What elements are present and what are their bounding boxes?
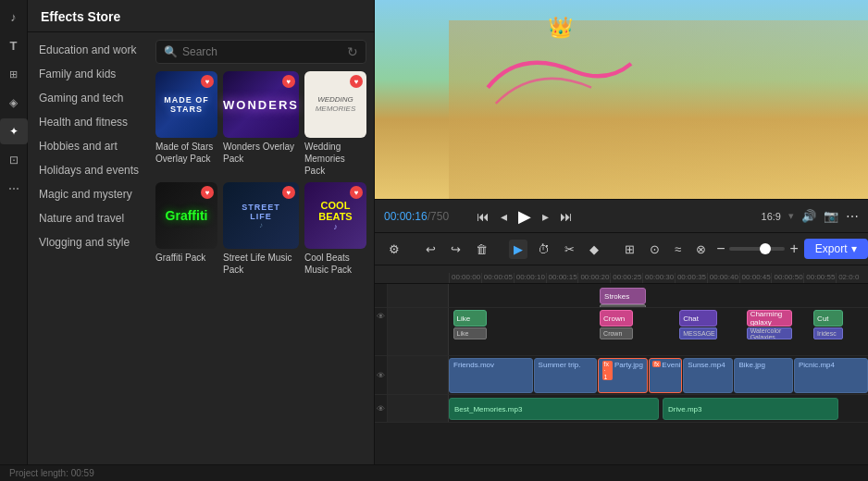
export-button[interactable]: Export ▾ xyxy=(804,239,868,259)
effects-icon[interactable]: ✦ xyxy=(0,118,28,144)
track-side-1 xyxy=(375,284,388,307)
best-memories-clip[interactable]: Best_Memories.mp3 xyxy=(449,398,659,420)
bike-clip[interactable]: Bike.jpg xyxy=(734,358,792,393)
overlay-icon[interactable]: ⊡ xyxy=(0,147,28,173)
wonders-title: Wonders Overlay Pack xyxy=(223,141,299,165)
marker-button[interactable]: ◆ xyxy=(585,240,603,259)
friends-clip[interactable]: Friends.mov xyxy=(449,358,533,393)
effects-store-panel: Effects Store Education and work Family … xyxy=(28,0,375,464)
time-display: 00:00:16/750 xyxy=(384,210,467,223)
play-timeline-button[interactable]: ▶ xyxy=(509,240,527,259)
track-row-audio1: 👁 Best_Memories.mp3 Drive.mp3 xyxy=(375,395,868,423)
crown-clip[interactable]: Crown xyxy=(600,310,633,327)
screenshot-button[interactable]: 📷 xyxy=(824,209,838,223)
zoom-slider[interactable] xyxy=(729,247,785,251)
category-magic[interactable]: Magic and mystery xyxy=(28,182,148,206)
category-holidays[interactable]: Holidays and events xyxy=(28,158,148,182)
category-hobbies[interactable]: Hobbies and art xyxy=(28,134,148,158)
made-of-stars-badge: ♥ xyxy=(201,75,214,88)
effect-wedding[interactable]: WEDDING MEMORIES ♥ Wedding Memories Pack xyxy=(304,71,366,177)
skip-forward-button[interactable]: ⏭ xyxy=(558,207,575,226)
sunse-clip[interactable]: Sunse.mp4 xyxy=(683,358,733,393)
strokes-sub-clip[interactable]: Strokes • p xyxy=(600,304,646,307)
timeline-toolbar: ⚙ ↩ ↪ 🗑 ▶ ⏱ ✂ ◆ ⊞ ⊙ ≈ ⊗ − xyxy=(375,232,868,265)
like-clip[interactable]: Like xyxy=(453,310,487,327)
effect-made-of-stars[interactable]: MADE OF STARS ♥ Made of Stars Overlay Pa… xyxy=(155,71,217,177)
strokes-clip[interactable]: Strokes xyxy=(600,288,646,304)
more-options-button[interactable]: ⋯ xyxy=(846,209,859,224)
track-body-effects: Like Like Crown Crown Chat MESSAGE Charm… xyxy=(449,308,868,355)
preview-video: 👑 xyxy=(375,0,868,199)
preview-timeline-area: 👑 00:00:16/750 ⏮ ◂ ▶ ▸ ⏭ 16:9 ▾ 🔊 📷 ⋯ xyxy=(375,0,868,464)
category-gaming[interactable]: Gaming and tech xyxy=(28,86,148,110)
link-button[interactable]: ⊗ xyxy=(691,240,711,259)
step-back-button[interactable]: ◂ xyxy=(499,207,509,226)
step-forward-button[interactable]: ▸ xyxy=(540,207,551,226)
effect-wonders[interactable]: WONDERS ♥ Wonders Overlay Pack xyxy=(223,71,299,177)
graffiti-label: Graffiti xyxy=(166,208,208,223)
category-health[interactable]: Health and fitness xyxy=(28,110,148,134)
streetlife-title: Street Life Music Pack xyxy=(223,252,299,276)
watercolor-clip[interactable]: Watercolor Galaxies xyxy=(747,327,793,339)
category-nature[interactable]: Nature and travel xyxy=(28,206,148,230)
party-clip[interactable]: fx · 1Party.jpg xyxy=(598,358,648,393)
track-row-effects: 👁 Like Like Crown Crown Chat MESSAGE Cha… xyxy=(375,308,868,356)
summer-clip[interactable]: Summer trip. xyxy=(534,358,597,393)
undo-button[interactable]: ↩ xyxy=(421,240,440,259)
project-length-label: Project length: 00:59 xyxy=(9,468,94,478)
redo-button[interactable]: ↪ xyxy=(446,240,465,259)
aspect-ratio-selector[interactable]: 16:9 xyxy=(762,211,781,222)
audio-button[interactable]: ≈ xyxy=(670,240,686,259)
track-body-audio1: Best_Memories.mp3 Drive.mp3 xyxy=(449,395,868,422)
coolbeats-label: COOL BEATS ♪ xyxy=(318,200,352,231)
search-bar: 🔍 ↻ xyxy=(155,40,366,64)
wedding-badge: ♥ xyxy=(350,75,363,88)
bottom-bar: Project length: 00:59 xyxy=(0,464,868,481)
play-button[interactable]: ▶ xyxy=(516,204,533,228)
left-sidebar: ♪ T ⊞ ◈ ✦ ⊡ ⋯ xyxy=(0,0,28,464)
text-tool-icon[interactable]: T xyxy=(0,32,28,58)
charming-clip[interactable]: Charming galaxy xyxy=(747,310,793,327)
crop-button[interactable]: ⊞ xyxy=(620,240,639,259)
zoom-in-button[interactable]: + xyxy=(789,240,798,257)
settings-button[interactable]: ⚙ xyxy=(384,240,404,259)
track-label-effects xyxy=(388,308,449,355)
transition-icon[interactable]: ⊞ xyxy=(0,61,28,87)
effects-store-title: Effects Store xyxy=(28,0,374,32)
volume-button[interactable]: 🔊 xyxy=(801,209,816,223)
effect-graffiti[interactable]: Graffiti ♥ Graffiti Pack xyxy=(155,182,217,276)
delete-button[interactable]: 🗑 xyxy=(471,240,492,259)
effects-grid-area: 🔍 ↻ MADE OF STARS ♥ Made of Stars Ove xyxy=(148,32,374,464)
iridesc-clip[interactable]: Iridesc xyxy=(813,327,843,339)
more-tools-icon[interactable]: ⋯ xyxy=(0,176,28,202)
picnic-clip[interactable]: Picnic.mp4 xyxy=(794,358,868,393)
track-row-video: 👁 Friends.mov Summer trip. xyxy=(375,356,868,395)
category-family[interactable]: Family and kids xyxy=(28,62,148,86)
sticker-icon[interactable]: ◈ xyxy=(0,90,28,116)
speed-button[interactable]: ⊙ xyxy=(645,240,664,259)
crown-sub-clip[interactable]: Crown xyxy=(600,327,633,339)
timer-button[interactable]: ⏱ xyxy=(533,240,554,259)
chat-clip[interactable]: Chat xyxy=(679,310,717,327)
category-vlogging[interactable]: Vlogging and style xyxy=(28,230,148,254)
refresh-button[interactable]: ↻ xyxy=(347,44,358,59)
timeline-ruler: 00:00:00 00:00:05 00:00:10 00:00:15 00:0… xyxy=(375,265,868,284)
like-sub-clip[interactable]: Like xyxy=(453,327,487,339)
graffiti-badge: ♥ xyxy=(201,186,214,199)
skip-back-button[interactable]: ⏮ xyxy=(475,207,491,226)
music-icon[interactable]: ♪ xyxy=(0,4,28,30)
search-input[interactable] xyxy=(182,45,347,58)
coolbeats-badge: ♥ xyxy=(350,186,363,199)
effects-grid: MADE OF STARS ♥ Made of Stars Overlay Pa… xyxy=(155,71,366,276)
message-clip[interactable]: MESSAGE xyxy=(679,327,717,339)
category-education[interactable]: Education and work xyxy=(28,38,148,62)
zoom-out-button[interactable]: − xyxy=(716,240,725,257)
cut-clip[interactable]: Cut xyxy=(813,310,843,327)
effect-streetlife[interactable]: STREET LIFE ♪ ♥ Street Life Music Pack xyxy=(223,182,299,276)
coolbeats-title: Cool Beats Music Pack xyxy=(304,252,366,276)
effect-coolbeats[interactable]: COOL BEATS ♪ ♥ Cool Beats Music Pack xyxy=(304,182,366,276)
event-clip[interactable]: fxEveni xyxy=(649,358,682,393)
made-of-stars-title: Made of Stars Overlay Pack xyxy=(155,141,217,165)
cut-button[interactable]: ✂ xyxy=(560,240,579,259)
drive-clip[interactable]: Drive.mp3 xyxy=(663,398,838,420)
